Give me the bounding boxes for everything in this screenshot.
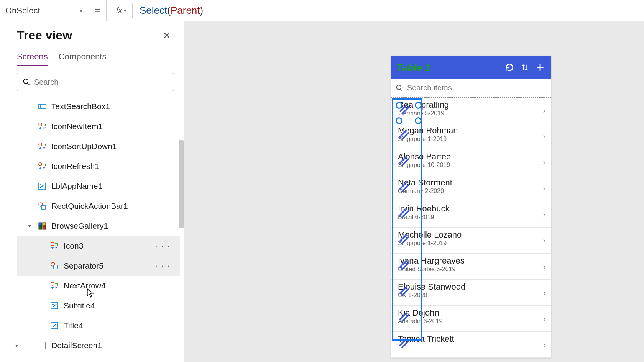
- textinput-icon: [38, 102, 47, 111]
- tree-search[interactable]: [17, 73, 174, 91]
- cursor-icon: [87, 288, 94, 298]
- gallery-item[interactable]: Tamica Trickett›: [391, 332, 551, 358]
- fx-button[interactable]: fx ▾: [110, 3, 133, 18]
- item-subtitle: Germany 5-2019: [398, 110, 546, 117]
- tree-view-panel: Tree view ✕ Screens Components TextSearc…: [0, 21, 184, 362]
- add-icon[interactable]: [534, 62, 546, 73]
- tree-item-label: Subtitle4: [64, 301, 95, 310]
- chevron-right-icon[interactable]: ›: [543, 184, 546, 194]
- item-subtitle: Brazil 6-2019: [398, 214, 547, 221]
- chevron-down-icon: ▾: [123, 8, 126, 14]
- tree-item-iconrefresh1[interactable]: IconRefresh1: [17, 156, 180, 176]
- tree-item-iconsortupdown1[interactable]: IconSortUpDown1: [17, 136, 180, 156]
- gallery-item[interactable]: Elouise StanwoodUK 1-2020›: [391, 280, 551, 306]
- svg-rect-9: [41, 205, 45, 209]
- tree-item-browsegallery1[interactable]: ▾BrowseGallery1: [17, 216, 180, 236]
- tree-item-detailscreen1[interactable]: ▾DetailScreen1: [17, 336, 180, 355]
- property-dropdown[interactable]: OnSelect ▾: [0, 0, 88, 21]
- selection-handle[interactable]: [415, 117, 422, 124]
- tree-item-iconnewitem1[interactable]: IconNewItem1: [17, 116, 180, 136]
- gallery-item[interactable]: Ivana HargreavesUnited States 6-2019›: [391, 254, 551, 280]
- gallery-item[interactable]: Kia DejohnAustralia 6-2019›: [391, 306, 551, 332]
- tab-components[interactable]: Components: [59, 52, 107, 66]
- item-title: Tamica Trickett: [398, 334, 547, 344]
- tree-item-lblappname1[interactable]: LblAppName1: [17, 176, 180, 196]
- item-subtitle: Australia 6-2019: [398, 318, 547, 325]
- sort-icon[interactable]: [519, 62, 531, 73]
- item-subtitle: Singapore 1-2019: [398, 136, 547, 143]
- svg-rect-2: [38, 105, 46, 108]
- more-icon[interactable]: · · ·: [155, 261, 171, 271]
- tree-item-textsearchbox1[interactable]: TextSearchBox1: [17, 97, 180, 116]
- canvas[interactable]: Table 1 Bea SpratlingGermany 5-2019›Mega…: [184, 21, 644, 362]
- chevron-down-icon[interactable]: ▾: [28, 223, 31, 229]
- tree-item-icon3[interactable]: Icon3· · ·: [17, 236, 180, 256]
- tree-item-rectquickactionbar1[interactable]: RectQuickActionBar1: [17, 196, 180, 216]
- tree-item-subtitle4[interactable]: Subtitle4: [17, 296, 180, 316]
- item-title: Megan Rohman: [398, 126, 547, 136]
- scrollbar-thumb[interactable]: [179, 140, 184, 228]
- svg-point-14: [51, 242, 54, 246]
- gallery-item[interactable]: Megan RohmanSingapore 1-2019›: [391, 123, 551, 149]
- svg-point-0: [24, 79, 28, 84]
- tree-item-separator5[interactable]: Separator5· · ·: [17, 256, 180, 276]
- tree-view-title: Tree view: [17, 28, 72, 43]
- svg-rect-10: [39, 223, 42, 226]
- app-title: Table 1: [396, 62, 500, 74]
- tree-item-label: Title4: [64, 321, 83, 330]
- chevron-right-icon[interactable]: ›: [543, 314, 546, 324]
- label-icon: [50, 301, 59, 310]
- chevron-right-icon[interactable]: ›: [543, 340, 546, 350]
- close-icon[interactable]: ✕: [163, 30, 171, 41]
- fx-icon: fx: [116, 6, 122, 15]
- item-subtitle: Singapore 10-2019: [398, 162, 547, 169]
- gallery-item[interactable]: Mechelle LozanoSingapore 1-2019›: [391, 228, 551, 254]
- chevron-down-icon[interactable]: ▾: [15, 342, 18, 349]
- tree-item-nextarrow4[interactable]: NextArrow4: [17, 276, 180, 296]
- tree-item-label: LblAppName1: [51, 182, 102, 191]
- item-title: Neta Storment: [398, 178, 547, 188]
- svg-point-6: [39, 163, 42, 166]
- gallery-item[interactable]: Neta StormentGermany 2-2020›: [391, 175, 551, 201]
- tree-item-label: NextArrow4: [64, 281, 106, 290]
- app-search-row[interactable]: [391, 79, 551, 97]
- item-title: Irvin Roebuck: [398, 204, 547, 214]
- item-title: Ivana Hargreaves: [398, 256, 547, 266]
- svg-rect-16: [54, 265, 58, 269]
- chevron-right-icon[interactable]: ›: [543, 132, 546, 142]
- tree-search-input[interactable]: [34, 78, 168, 87]
- selection-handle[interactable]: [396, 117, 402, 124]
- app-preview: Table 1 Bea SpratlingGermany 5-2019›Mega…: [391, 56, 551, 358]
- chevron-right-icon[interactable]: ›: [543, 262, 546, 272]
- chevron-right-icon[interactable]: ›: [543, 288, 546, 298]
- chevron-right-icon[interactable]: ›: [543, 210, 546, 220]
- chevron-right-icon[interactable]: ›: [543, 158, 546, 168]
- svg-point-17: [51, 282, 54, 285]
- tree-item-label: IconRefresh1: [51, 162, 99, 171]
- formula-bar[interactable]: Select(Parent): [136, 5, 644, 16]
- chevron-right-icon[interactable]: ›: [543, 236, 546, 246]
- icon-icon: [50, 241, 59, 251]
- selection-handle[interactable]: [396, 102, 402, 109]
- formula-arg: Parent: [171, 5, 200, 16]
- gallery-item[interactable]: Irvin RoebuckBrazil 6-2019›: [391, 201, 551, 228]
- gallery-item[interactable]: Alonso ParteeSingapore 10-2019›: [391, 149, 551, 175]
- formula-function: Select: [140, 5, 167, 16]
- tree-item-label: Separator5: [64, 261, 104, 270]
- svg-point-5: [39, 143, 42, 146]
- refresh-icon[interactable]: [504, 62, 515, 73]
- tab-screens[interactable]: Screens: [17, 52, 48, 66]
- tree-list: TextSearchBox1IconNewItem1IconSortUpDown…: [17, 97, 180, 355]
- svg-point-4: [39, 123, 42, 126]
- tree-item-label: Icon3: [64, 241, 83, 251]
- chevron-right-icon[interactable]: ›: [543, 106, 545, 116]
- item-title: Alonso Partee: [398, 152, 547, 162]
- app-search-input[interactable]: [407, 84, 547, 92]
- tree-item-title4[interactable]: Title4: [17, 316, 180, 336]
- selection-handle[interactable]: [415, 102, 422, 109]
- item-subtitle: UK 1-2020: [398, 292, 547, 299]
- label-icon: [38, 182, 47, 191]
- tree-item-label: IconSortUpDown1: [51, 142, 117, 151]
- svg-rect-12: [39, 226, 42, 229]
- more-icon[interactable]: · · ·: [155, 241, 171, 251]
